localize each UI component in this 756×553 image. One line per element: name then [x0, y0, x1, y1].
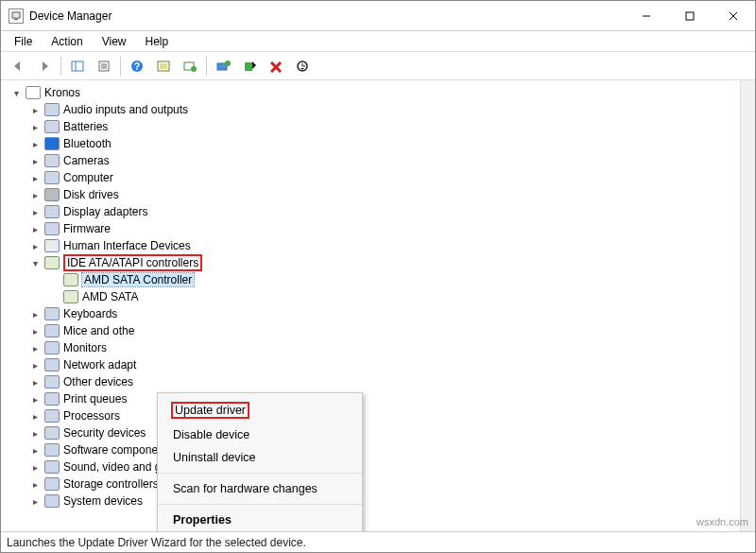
maximize-button[interactable]	[668, 1, 712, 31]
menu-action[interactable]: Action	[43, 33, 90, 50]
chevron-down-icon[interactable]: ▾	[10, 88, 22, 98]
svg-point-17	[191, 66, 197, 72]
tree-item-hid[interactable]: ▸Human Interface Devices	[29, 237, 755, 254]
chevron-right-icon[interactable]: ▸	[29, 445, 41, 456]
chevron-right-icon[interactable]: ▸	[29, 496, 41, 507]
chevron-right-icon[interactable]: ▸	[29, 190, 41, 200]
toolbar-scan-button[interactable]	[178, 55, 202, 78]
chevron-right-icon[interactable]: ▸	[29, 207, 41, 217]
toolbar-show-hide-button[interactable]	[65, 55, 90, 78]
context-properties[interactable]: Properties	[158, 509, 362, 531]
chevron-right-icon[interactable]: ▸	[29, 224, 41, 234]
menu-help[interactable]: Help	[138, 33, 177, 50]
printer-icon	[44, 392, 60, 406]
tree-item-computer[interactable]: ▸Computer	[29, 169, 755, 186]
tree-root[interactable]: ▾ Kronos	[10, 84, 755, 101]
chevron-right-icon[interactable]: ▸	[29, 173, 41, 183]
toolbar-update-driver-button[interactable]	[211, 55, 235, 78]
tree-item-storage[interactable]: ▸Storage controllers	[29, 475, 755, 493]
tree-content[interactable]: ▾ Kronos ▸Audio inputs and outputs ▸Batt…	[1, 80, 755, 531]
tree-item-label: System devices	[63, 494, 143, 508]
tree-item-other[interactable]: ▸Other devices	[29, 373, 755, 390]
tree-item-disks[interactable]: ▸Disk drives	[29, 186, 755, 203]
camera-icon	[44, 154, 60, 167]
svg-rect-6	[72, 61, 83, 71]
tree-item-security[interactable]: ▸Security devices	[29, 424, 755, 441]
tree-item-processors[interactable]: ▸Processors	[29, 407, 755, 424]
svg-text:?: ?	[134, 61, 140, 72]
tree-item-ide-child[interactable]: AMD SATA	[48, 288, 755, 305]
menu-file[interactable]: File	[7, 33, 40, 50]
chevron-right-icon[interactable]: ▸	[29, 122, 41, 132]
chevron-right-icon[interactable]: ▸	[29, 479, 41, 490]
toolbar-help-button[interactable]: ?	[125, 55, 149, 78]
toolbar-forward-button[interactable]	[32, 55, 57, 78]
toolbar-action2-button[interactable]	[290, 55, 315, 78]
chevron-right-icon[interactable]: ▸	[29, 139, 41, 149]
tree-item-label: AMD SATA	[82, 290, 139, 303]
chevron-right-icon[interactable]: ▸	[29, 360, 41, 371]
minimize-button[interactable]	[625, 1, 668, 31]
context-scan-hardware[interactable]: Scan for hardware changes	[158, 477, 362, 500]
toolbar-uninstall-button[interactable]	[264, 55, 288, 78]
tree-item-ide-child-selected[interactable]: AMD SATA Controller	[48, 271, 755, 288]
tree-item-label: Human Interface Devices	[63, 239, 191, 252]
window-title: Device Manager	[29, 9, 112, 23]
tree-item-label: Batteries	[63, 120, 108, 133]
tree-item-firmware[interactable]: ▸Firmware	[29, 220, 755, 237]
tree-item-label: Storage controllers	[63, 477, 159, 491]
tree-item-sound[interactable]: ▸Sound, video and game controllers	[29, 458, 755, 475]
toolbar-back-button[interactable]	[6, 55, 30, 78]
tree-item-print[interactable]: ▸Print queues	[29, 390, 755, 407]
tree-item-label: Bluetooth	[63, 137, 112, 150]
tree-item-batteries[interactable]: ▸Batteries	[29, 118, 755, 135]
tree-item-software[interactable]: ▸Software components	[29, 441, 755, 458]
app-icon	[9, 9, 24, 24]
chevron-down-icon[interactable]: ▾	[29, 258, 41, 268]
keyboard-icon	[44, 307, 60, 320]
chevron-right-icon[interactable]: ▸	[29, 394, 41, 405]
tree-item-system[interactable]: ▸System devices	[29, 493, 755, 510]
tree-item-label: Disk drives	[63, 188, 119, 201]
network-icon	[44, 358, 60, 372]
battery-icon	[44, 120, 60, 133]
chevron-right-icon[interactable]: ▸	[29, 309, 41, 320]
chevron-right-icon[interactable]: ▸	[29, 428, 41, 439]
tree-item-mice[interactable]: ▸Mice and othe	[29, 322, 755, 339]
chevron-right-icon[interactable]: ▸	[29, 326, 41, 337]
chevron-right-icon[interactable]: ▸	[29, 105, 41, 115]
tree-item-label: Print queues	[63, 392, 127, 406]
tree-item-label: IDE ATA/ATAPI controllers	[63, 254, 202, 271]
tree-item-display[interactable]: ▸Display adapters	[29, 203, 755, 220]
chevron-right-icon[interactable]: ▸	[29, 377, 41, 388]
chevron-right-icon[interactable]: ▸	[29, 462, 41, 473]
context-update-driver[interactable]: Update driver	[158, 397, 362, 423]
menu-view[interactable]: View	[94, 33, 134, 50]
tree-item-label: Other devices	[63, 375, 133, 389]
toolbar-action1-button[interactable]	[151, 55, 176, 78]
bluetooth-icon	[44, 137, 60, 150]
close-button[interactable]	[712, 1, 755, 31]
tree-item-keyboards[interactable]: ▸Keyboards	[29, 305, 755, 322]
titlebar: Device Manager	[1, 1, 755, 31]
chevron-right-icon[interactable]: ▸	[29, 156, 41, 166]
context-uninstall-device[interactable]: Uninstall device	[158, 446, 362, 469]
tree-item-network[interactable]: ▸Network adapt	[29, 356, 755, 373]
chevron-right-icon[interactable]: ▸	[29, 241, 41, 251]
other-devices-icon	[44, 375, 60, 389]
tree-item-monitors[interactable]: ▸Monitors	[29, 339, 755, 356]
tree-item-cameras[interactable]: ▸Cameras	[29, 152, 755, 169]
tree-item-label: Network adapt	[63, 358, 136, 372]
tree-item-audio[interactable]: ▸Audio inputs and outputs	[29, 101, 755, 118]
toolbar-properties-button[interactable]	[92, 55, 116, 78]
chevron-right-icon[interactable]: ▸	[29, 343, 41, 354]
display-icon	[44, 205, 60, 218]
toolbar-disable-button[interactable]	[237, 55, 262, 78]
context-disable-device[interactable]: Disable device	[158, 423, 362, 446]
tree-item-ide[interactable]: ▾IDE ATA/ATAPI controllers	[29, 254, 755, 271]
vertical-scrollbar[interactable]	[740, 80, 755, 531]
chevron-right-icon[interactable]: ▸	[29, 411, 41, 422]
tree-item-label: AMD SATA Controller	[82, 273, 194, 286]
ide-icon	[44, 256, 60, 269]
tree-item-bluetooth[interactable]: ▸Bluetooth	[29, 135, 755, 152]
